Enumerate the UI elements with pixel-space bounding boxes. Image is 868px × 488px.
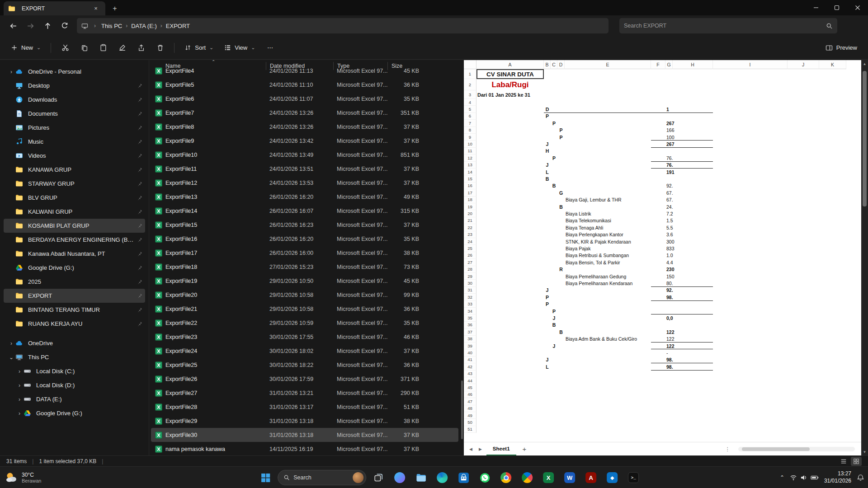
rename-icon[interactable] bbox=[113, 40, 131, 56]
file-row-exportfile11[interactable]: ExportFile1124/01/2026 13:51Microsoft Ex… bbox=[151, 162, 458, 176]
file-row-exportfile22[interactable]: ExportFile2229/01/2026 10:59Microsoft Ex… bbox=[151, 316, 458, 330]
chevron-right-icon[interactable]: › bbox=[15, 396, 24, 403]
row-header-29[interactable]: 29 bbox=[464, 273, 476, 280]
file-row-exportfile13[interactable]: ExportFile1326/01/2026 16:20Microsoft Ex… bbox=[151, 190, 458, 204]
row-header-46[interactable]: 46 bbox=[464, 391, 476, 398]
column-header-date-modified[interactable]: Date modified bbox=[266, 62, 333, 70]
sidebar-item-kosambi-plat-grup[interactable]: KOSAMBI PLAT GRUP bbox=[4, 219, 145, 233]
row-header-2[interactable]: 2 bbox=[464, 79, 476, 90]
file-row-exportfile14[interactable]: ExportFile1426/01/2026 16:07Microsoft Ex… bbox=[151, 204, 458, 218]
row-header-40[interactable]: 40 bbox=[464, 349, 476, 356]
file-row-exportfile6[interactable]: ExportFile624/01/2026 11:07Microsoft Exc… bbox=[151, 92, 458, 106]
row-header-23[interactable]: 23 bbox=[464, 231, 476, 238]
sidebar-item-documents[interactable]: Documents bbox=[4, 107, 145, 121]
file-row-exportfile18[interactable]: ExportFile1827/01/2026 15:23Microsoft Ex… bbox=[151, 260, 458, 274]
column-header-c[interactable]: C bbox=[551, 60, 557, 69]
taskbar-app-chrome[interactable] bbox=[497, 469, 515, 487]
sidebar-item-local-disk-c[interactable]: ›Local Disk (C:) bbox=[4, 364, 145, 378]
hidden-icons-icon[interactable]: ⌃ bbox=[780, 474, 784, 481]
taskbar-app-vscode[interactable]: ◆ bbox=[603, 469, 621, 487]
taskbar-app-acrobat[interactable]: A bbox=[582, 469, 600, 487]
file-row-exportfile24[interactable]: ExportFile2430/01/2026 18:02Microsoft Ex… bbox=[151, 344, 458, 358]
tray-status-icons[interactable] bbox=[790, 474, 819, 481]
row-header-43[interactable]: 43 bbox=[464, 371, 476, 377]
search-highlight-image[interactable] bbox=[353, 472, 363, 483]
row-header-27[interactable]: 27 bbox=[464, 259, 476, 266]
row-header-30[interactable]: 30 bbox=[464, 280, 476, 286]
row-header-9[interactable]: 9 bbox=[464, 134, 476, 141]
row-header-42[interactable]: 42 bbox=[464, 363, 476, 370]
file-row-exportfile5[interactable]: ExportFile524/01/2026 11:10Microsoft Exc… bbox=[151, 78, 458, 92]
scrollbar-thumb[interactable] bbox=[461, 380, 463, 439]
file-row-exportfile20[interactable]: ExportFile2029/01/2026 10:58Microsoft Ex… bbox=[151, 288, 458, 302]
sidebar-item-this-pc[interactable]: ⌄This PC bbox=[4, 350, 145, 364]
row-header-34[interactable]: 34 bbox=[464, 308, 476, 314]
row-header-13[interactable]: 13 bbox=[464, 162, 476, 169]
search-icon[interactable] bbox=[826, 23, 833, 29]
breadcrumb-item-export[interactable]: EXPORT bbox=[163, 21, 193, 31]
taskbar-app-store[interactable] bbox=[454, 469, 472, 487]
column-header-i[interactable]: I bbox=[713, 60, 788, 69]
row-header-25[interactable]: 25 bbox=[464, 245, 476, 252]
taskbar-app-excel[interactable]: X bbox=[539, 469, 557, 487]
sidebar-item-export[interactable]: EXPORT bbox=[4, 289, 145, 303]
new-tab-button[interactable]: + bbox=[110, 4, 120, 14]
sidebar-item-downloads[interactable]: Downloads bbox=[4, 93, 145, 107]
column-header-e[interactable]: E bbox=[565, 60, 651, 69]
breadcrumb-item-data-e[interactable]: DATA (E:) bbox=[128, 21, 160, 31]
row-header-18[interactable]: 18 bbox=[464, 197, 476, 203]
row-header-17[interactable]: 17 bbox=[464, 189, 476, 196]
file-row-exportfile10[interactable]: ExportFile1024/01/2026 13:49Microsoft Ex… bbox=[151, 148, 458, 162]
taskbar-app-file-explorer[interactable] bbox=[412, 469, 430, 487]
column-header-j[interactable]: J bbox=[788, 60, 819, 69]
row-header-7[interactable]: 7 bbox=[464, 120, 476, 127]
sheet-more-icon[interactable]: ⋮ bbox=[725, 446, 731, 452]
sidebar-item-kanawa-grup[interactable]: KANAWA GRUP bbox=[4, 163, 145, 177]
search-input[interactable] bbox=[624, 23, 826, 29]
add-sheet-icon[interactable]: + bbox=[519, 445, 530, 453]
row-header-24[interactable]: 24 bbox=[464, 238, 476, 245]
sidebar-item-local-disk-d[interactable]: ›Local Disk (D:) bbox=[4, 378, 145, 392]
row-header-4[interactable]: 4 bbox=[464, 99, 476, 106]
row-header-1[interactable]: 1 bbox=[464, 69, 476, 79]
paste-icon[interactable] bbox=[94, 40, 112, 56]
view-button[interactable]: View ⌄ bbox=[220, 40, 259, 56]
row-header-19[interactable]: 19 bbox=[464, 203, 476, 210]
row-header-11[interactable]: 11 bbox=[464, 148, 476, 155]
taskbar-app-word[interactable]: W bbox=[561, 469, 579, 487]
breadcrumb-item-this-pc[interactable]: This PC bbox=[99, 21, 125, 31]
share-icon[interactable] bbox=[132, 40, 150, 56]
sidebar-item-pictures[interactable]: Pictures bbox=[4, 121, 145, 135]
row-header-49[interactable]: 49 bbox=[464, 412, 476, 419]
file-row-exportfile16[interactable]: ExportFile1626/01/2026 16:20Microsoft Ex… bbox=[151, 232, 458, 246]
sheet-next-icon[interactable]: ▶ bbox=[477, 447, 484, 451]
sidebar-item-google-drive-g[interactable]: ›Google Drive (G:) bbox=[4, 406, 145, 420]
row-header-21[interactable]: 21 bbox=[464, 217, 476, 224]
file-row-exportfile21[interactable]: ExportFile2129/01/2026 10:58Microsoft Ex… bbox=[151, 302, 458, 316]
row-header-44[interactable]: 44 bbox=[464, 377, 476, 384]
row-header-5[interactable]: 5 bbox=[464, 106, 476, 113]
sidebar-item-ruang-kerja-ayu[interactable]: RUANG KERJA AYU bbox=[4, 317, 145, 331]
row-header-33[interactable]: 33 bbox=[464, 301, 476, 308]
sheet-horizontal-scrollbar[interactable] bbox=[738, 447, 855, 451]
row-header-22[interactable]: 22 bbox=[464, 224, 476, 231]
scrollbar-thumb[interactable] bbox=[742, 447, 810, 451]
row-header-10[interactable]: 10 bbox=[464, 141, 476, 147]
back-icon[interactable] bbox=[5, 18, 22, 33]
sidebar-item-bintang-terang-timur[interactable]: BINTANG TERANG TIMUR bbox=[4, 303, 145, 317]
file-row-exportfile8[interactable]: ExportFile824/01/2026 13:26Microsoft Exc… bbox=[151, 120, 458, 134]
file-row-exportfile9[interactable]: ExportFile924/01/2026 13:42Microsoft Exc… bbox=[151, 134, 458, 148]
row-header-15[interactable]: 15 bbox=[464, 175, 476, 182]
new-button[interactable]: New ⌄ bbox=[6, 40, 45, 56]
chevron-right-icon[interactable]: › bbox=[15, 368, 24, 375]
row-header-14[interactable]: 14 bbox=[464, 169, 476, 175]
cut-icon[interactable] bbox=[57, 40, 74, 56]
notifications-bell-icon[interactable] bbox=[857, 474, 864, 482]
column-header-h[interactable]: H bbox=[673, 60, 713, 69]
tab-close-icon[interactable]: × bbox=[91, 4, 101, 14]
sidebar-item-data-e[interactable]: ›DATA (E:) bbox=[4, 392, 145, 406]
sidebar-item-google-drive-g[interactable]: Google Drive (G:) bbox=[4, 261, 145, 275]
sidebar-item-onedrive-personal[interactable]: ›OneDrive - Personal bbox=[4, 65, 145, 79]
delete-icon[interactable] bbox=[151, 40, 169, 56]
sidebar-item-music[interactable]: Music bbox=[4, 135, 145, 149]
